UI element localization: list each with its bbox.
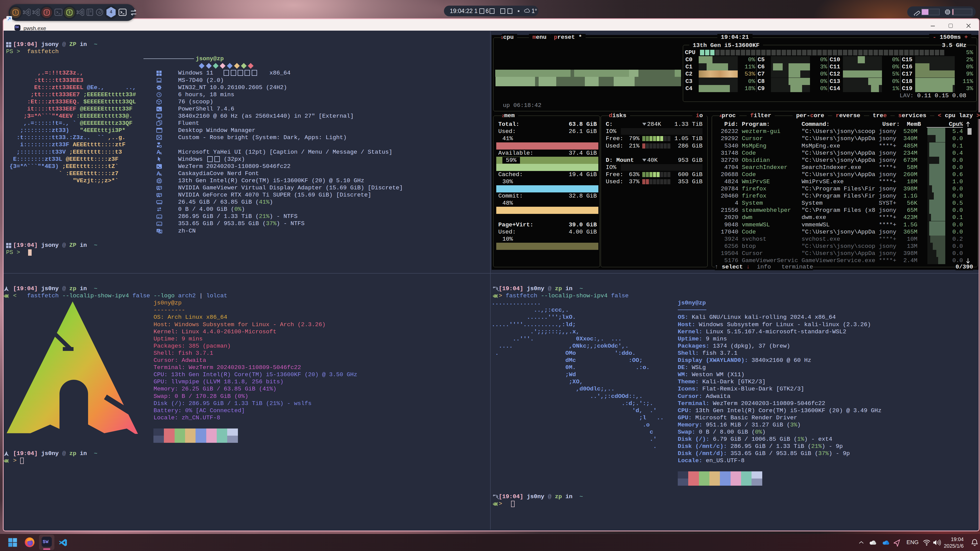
svg-text:A: A [159, 151, 162, 155]
svg-text:A: A [158, 229, 159, 232]
svg-text:A: A [159, 173, 162, 176]
